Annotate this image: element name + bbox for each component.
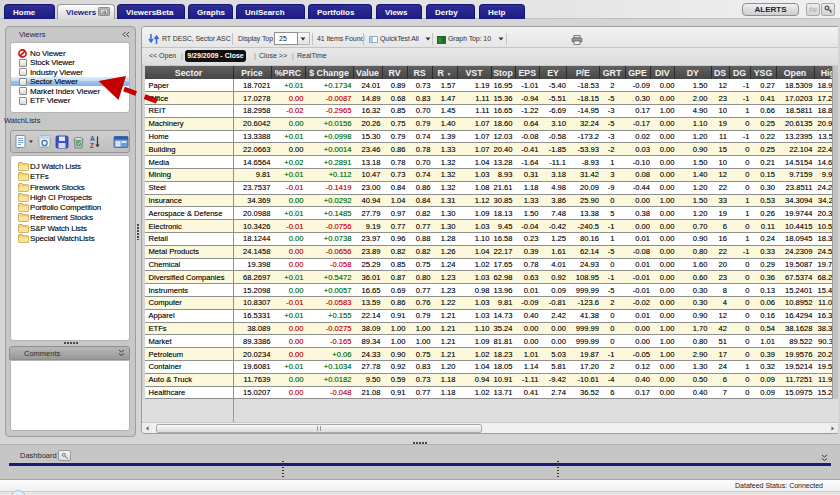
svg-text:A: A [90, 135, 95, 142]
svg-text:Z: Z [90, 142, 94, 149]
